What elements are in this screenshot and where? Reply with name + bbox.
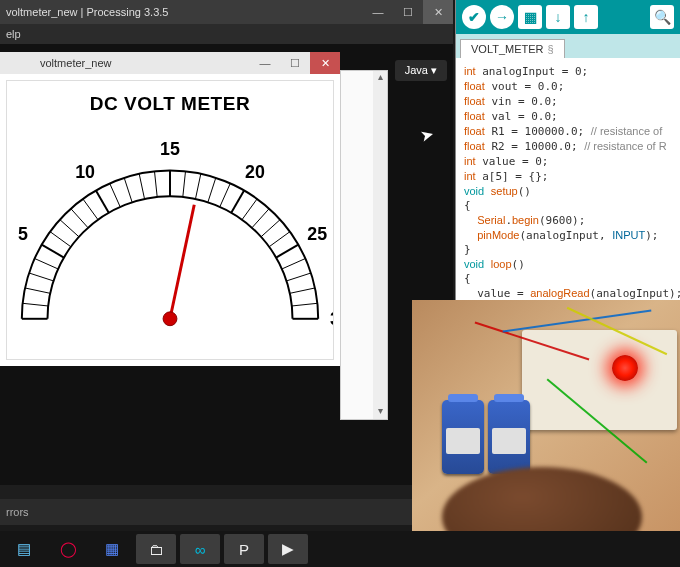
svg-line-26 xyxy=(282,259,305,269)
arduino-code-editor[interactable]: int analogInput = 0; float vout = 0.0; f… xyxy=(456,58,680,321)
arduino-open-button[interactable]: ↓ xyxy=(546,5,570,29)
svg-line-19 xyxy=(220,183,230,206)
svg-line-2 xyxy=(25,288,50,293)
arduino-ide-window: ✔ → ▦ ↓ ↑ 🔍 VOLT_METER int analogInput =… xyxy=(455,0,680,300)
svg-line-4 xyxy=(35,259,58,269)
svg-line-13 xyxy=(139,174,144,199)
voltmeter-titlebar[interactable]: voltmeter_new — ☐ ✕ xyxy=(0,52,340,74)
svg-text:30: 30 xyxy=(330,309,333,329)
gauge-title: DC VOLT METER xyxy=(7,93,333,115)
svg-line-8 xyxy=(71,209,88,228)
svg-text:5: 5 xyxy=(18,224,28,244)
windows-taskbar[interactable]: ▤ ◯ ▦ 🗀 ∞ P ▶ xyxy=(0,531,680,567)
svg-text:20: 20 xyxy=(245,162,265,182)
scroll-up-icon[interactable]: ▴ xyxy=(378,71,383,85)
battery-2 xyxy=(488,400,530,474)
led-indicator xyxy=(612,355,638,381)
svg-line-20 xyxy=(231,190,244,212)
svg-line-29 xyxy=(292,303,318,306)
taskbar-explorer-icon[interactable]: 🗀 xyxy=(136,534,176,564)
svg-line-28 xyxy=(290,288,315,293)
voltmeter-close-button[interactable]: ✕ xyxy=(310,52,340,74)
arduino-tab-bar: VOLT_METER xyxy=(456,34,680,58)
processing-titlebar[interactable]: voltmeter_new | Processing 3.3.5 — ☐ ✕ xyxy=(0,0,453,24)
gauge-svg: 051015202530 xyxy=(7,81,333,359)
svg-line-16 xyxy=(183,171,186,197)
processing-errors-tab[interactable]: rrors xyxy=(0,499,452,525)
hand xyxy=(442,467,642,537)
taskbar-processing-icon[interactable]: P xyxy=(224,534,264,564)
processing-close-button[interactable]: ✕ xyxy=(423,0,453,24)
arduino-toolbar: ✔ → ▦ ↓ ↑ 🔍 xyxy=(456,0,680,34)
svg-line-1 xyxy=(23,303,49,306)
svg-line-27 xyxy=(287,273,311,281)
svg-line-14 xyxy=(155,171,158,197)
svg-line-3 xyxy=(29,273,53,281)
arduino-serial-button[interactable]: 🔍 xyxy=(650,5,674,29)
side-panel-scrollbar[interactable]: ▴ ▾ xyxy=(373,71,387,419)
processing-menubar[interactable]: elp xyxy=(0,24,453,44)
svg-line-17 xyxy=(195,174,200,199)
svg-line-12 xyxy=(124,178,132,202)
battery-1 xyxy=(442,400,484,474)
arduino-save-button[interactable]: ↑ xyxy=(574,5,598,29)
svg-line-9 xyxy=(83,199,98,220)
taskbar-arduino-icon[interactable]: ∞ xyxy=(180,534,220,564)
svg-line-11 xyxy=(110,183,120,206)
processing-mode-selector[interactable]: Java ▾ xyxy=(395,60,447,81)
svg-line-5 xyxy=(42,245,64,258)
svg-line-21 xyxy=(242,199,257,220)
svg-line-25 xyxy=(276,245,298,258)
voltmeter-maximize-button[interactable]: ☐ xyxy=(280,52,310,74)
svg-text:15: 15 xyxy=(160,139,180,159)
processing-minimize-button[interactable]: — xyxy=(363,0,393,24)
scroll-down-icon[interactable]: ▾ xyxy=(378,405,383,419)
voltmeter-sketch-window: voltmeter_new — ☐ ✕ DC VOLT METER 051015… xyxy=(0,52,340,366)
svg-line-18 xyxy=(208,178,216,202)
menu-help[interactable]: elp xyxy=(6,28,21,40)
svg-line-10 xyxy=(96,190,109,212)
svg-line-6 xyxy=(50,232,71,247)
arduino-verify-button[interactable]: ✔ xyxy=(462,5,486,29)
processing-side-panel: ▴ ▾ xyxy=(340,70,388,420)
breadboard-photo xyxy=(412,300,680,537)
voltmeter-canvas: DC VOLT METER 051015202530 xyxy=(6,80,334,360)
svg-point-39 xyxy=(163,312,177,326)
svg-line-24 xyxy=(269,232,290,247)
svg-line-23 xyxy=(261,220,280,237)
processing-window: voltmeter_new | Processing 3.3.5 — ☐ ✕ e… xyxy=(0,0,453,525)
svg-text:25: 25 xyxy=(307,224,327,244)
taskbar-play-icon[interactable]: ▶ xyxy=(268,534,308,564)
errors-tab-label: rrors xyxy=(6,506,29,518)
processing-maximize-button[interactable]: ☐ xyxy=(393,0,423,24)
svg-line-38 xyxy=(170,205,194,319)
voltmeter-title-text: voltmeter_new xyxy=(40,57,112,69)
voltmeter-minimize-button[interactable]: — xyxy=(250,52,280,74)
arduino-sketch-tab[interactable]: VOLT_METER xyxy=(460,39,565,58)
svg-line-22 xyxy=(252,209,269,228)
arduino-new-button[interactable]: ▦ xyxy=(518,5,542,29)
taskbar-start-button[interactable]: ▤ xyxy=(4,534,44,564)
taskbar-opera-icon[interactable]: ◯ xyxy=(48,534,88,564)
taskbar-calculator-icon[interactable]: ▦ xyxy=(92,534,132,564)
processing-title-text: voltmeter_new | Processing 3.3.5 xyxy=(6,6,168,18)
arduino-upload-button[interactable]: → xyxy=(490,5,514,29)
svg-text:10: 10 xyxy=(75,162,95,182)
svg-line-7 xyxy=(60,220,79,237)
